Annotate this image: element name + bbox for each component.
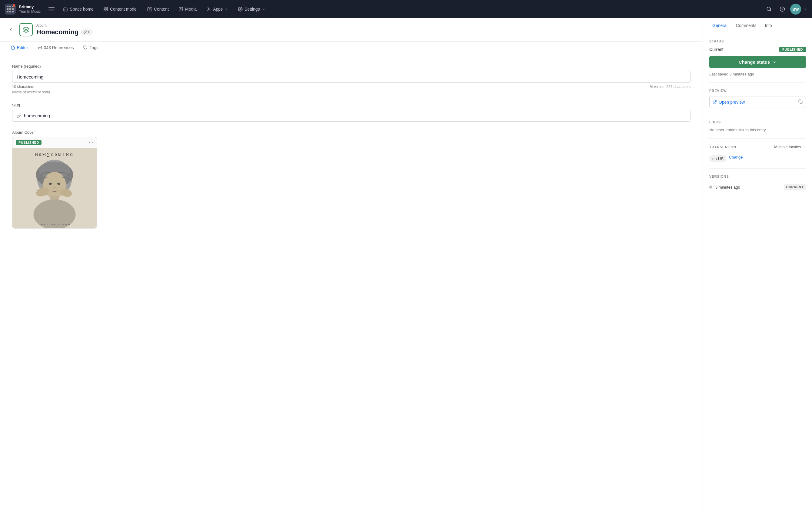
version-left: 3 minutes ago bbox=[709, 185, 740, 189]
locale-row: en-US Change bbox=[709, 152, 806, 162]
nav-settings-label: Settings bbox=[244, 7, 260, 11]
right-tab-comments[interactable]: Comments bbox=[732, 18, 761, 33]
content-title-row: Homecoming 0 bbox=[36, 28, 683, 36]
version-time: 3 minutes ago bbox=[715, 185, 740, 189]
tab-editor[interactable]: Editor bbox=[6, 42, 33, 54]
slug-field-label: Slug bbox=[12, 103, 691, 107]
nav-items: Space home Content model Content Media A… bbox=[59, 4, 761, 14]
settings-chevron-icon bbox=[262, 7, 265, 11]
name-input[interactable] bbox=[12, 71, 691, 83]
content-title: Homecoming bbox=[36, 28, 79, 36]
tags-tab-icon bbox=[83, 46, 88, 50]
brand-text: Brittany Year In Music bbox=[19, 4, 40, 14]
album-title-overlay: H0M∑C0M1NG bbox=[35, 152, 74, 157]
brand-name: Brittany bbox=[19, 4, 40, 9]
content-icon bbox=[147, 7, 152, 11]
change-status-chevron-icon bbox=[772, 60, 777, 64]
open-preview-button[interactable]: Open preview bbox=[709, 96, 806, 108]
settings-icon bbox=[238, 7, 243, 11]
multiple-locales-dropdown[interactable]: Multiple locales bbox=[774, 145, 806, 149]
nav-settings[interactable]: Settings bbox=[234, 4, 270, 14]
tab-tags[interactable]: Tags bbox=[79, 42, 103, 54]
slug-input[interactable]: homecoming bbox=[12, 110, 691, 122]
last-saved-text: Last saved 3 minutes ago bbox=[709, 72, 806, 76]
tab-tags-label: Tags bbox=[89, 45, 98, 50]
name-field-group: Name (required) 10 characters Maximum 25… bbox=[12, 64, 691, 94]
char-max: Maximum 256 characters bbox=[649, 85, 691, 89]
form-area: Name (required) 10 characters Maximum 25… bbox=[0, 54, 703, 513]
hamburger-menu[interactable] bbox=[47, 4, 56, 14]
back-button[interactable] bbox=[6, 25, 16, 34]
nav-content[interactable]: Content bbox=[143, 4, 173, 14]
svg-rect-2 bbox=[104, 9, 106, 11]
nav-media[interactable]: Media bbox=[174, 4, 201, 14]
album-cover-more-button[interactable]: ··· bbox=[89, 140, 93, 145]
left-panel: Album Homecoming 0 ··· Editor 043 Refere… bbox=[0, 18, 703, 513]
svg-point-24 bbox=[49, 183, 52, 185]
version-item: 3 minutes ago CURRENT bbox=[709, 182, 806, 192]
nav-content-model[interactable]: Content model bbox=[99, 4, 142, 14]
preview-section-label: PREVIEW bbox=[709, 89, 806, 92]
name-field-hint: Name of album or song bbox=[12, 90, 691, 94]
page-wrapper: Album Homecoming 0 ··· Editor 043 Refere… bbox=[0, 18, 812, 513]
change-status-button[interactable]: Change status bbox=[709, 56, 806, 68]
right-tab-info-label: Info bbox=[765, 23, 772, 28]
more-options-button[interactable]: ··· bbox=[687, 25, 697, 34]
divider-1 bbox=[709, 82, 806, 83]
apps-icon bbox=[206, 7, 211, 11]
avatar[interactable]: BW bbox=[790, 4, 801, 15]
change-locale-link[interactable]: Change bbox=[729, 155, 743, 160]
nav-space-home[interactable]: Space home bbox=[59, 4, 98, 14]
album-cover-label: Album Cover bbox=[12, 130, 691, 135]
nav-content-label: Content bbox=[154, 7, 169, 11]
right-tab-comments-label: Comments bbox=[736, 23, 757, 28]
translation-row: TRANSLATION Multiple locales bbox=[709, 145, 806, 149]
link-badge[interactable]: 0 bbox=[81, 29, 93, 35]
album-published-badge: PUBLISHED bbox=[16, 140, 41, 145]
links-section-label: LINKS bbox=[709, 120, 806, 124]
link-icon bbox=[83, 30, 87, 34]
svg-line-27 bbox=[715, 100, 716, 102]
brand-space: Year In Music bbox=[19, 9, 40, 14]
search-button[interactable] bbox=[763, 4, 775, 15]
apps-grid-button[interactable] bbox=[5, 4, 16, 15]
content-type-label: Album bbox=[36, 23, 683, 28]
svg-rect-28 bbox=[800, 101, 802, 103]
album-cover-header: PUBLISHED ··· bbox=[12, 137, 97, 148]
media-icon bbox=[178, 7, 183, 11]
avatar-chevron-icon bbox=[804, 7, 807, 11]
nav-apps[interactable]: Apps bbox=[202, 4, 232, 14]
svg-point-8 bbox=[767, 7, 771, 10]
tab-references[interactable]: 043 References bbox=[33, 42, 79, 54]
nav-apps-label: Apps bbox=[213, 7, 223, 11]
nav-media-label: Media bbox=[185, 7, 197, 11]
help-button[interactable] bbox=[777, 4, 788, 15]
versions-section-label: VERSIONS bbox=[709, 174, 806, 178]
copy-link-button[interactable] bbox=[799, 100, 803, 105]
slug-field-group: Slug homecoming bbox=[12, 103, 691, 122]
right-panel: General Comments Info STATUS Current PUB… bbox=[703, 18, 812, 513]
chevron-left-icon bbox=[8, 27, 13, 32]
link-count: 0 bbox=[88, 30, 90, 34]
svg-line-9 bbox=[770, 10, 771, 11]
char-count: 10 characters bbox=[12, 85, 34, 89]
album-subtitle-overlay: THE LIVE ALBUM bbox=[38, 223, 71, 226]
right-tab-general[interactable]: General bbox=[708, 18, 732, 33]
multiple-locales-label: Multiple locales bbox=[774, 145, 801, 149]
divider-2 bbox=[709, 114, 806, 114]
version-current-badge: CURRENT bbox=[784, 184, 806, 190]
name-field-label: Name (required) bbox=[12, 64, 691, 69]
album-icon bbox=[23, 26, 29, 33]
locale-tag: en-US bbox=[709, 155, 727, 162]
right-tabs: General Comments Info bbox=[703, 18, 812, 33]
slug-link-icon bbox=[17, 113, 22, 118]
svg-point-7 bbox=[240, 8, 241, 10]
open-preview-label: Open preview bbox=[719, 100, 745, 105]
status-current-label: Current bbox=[709, 47, 724, 52]
status-row: Current PUBLISHED bbox=[709, 47, 806, 52]
no-links-text: No other entries link to this entry. bbox=[709, 128, 806, 132]
content-type-icon bbox=[20, 23, 33, 36]
svg-rect-3 bbox=[106, 9, 108, 11]
right-tab-info[interactable]: Info bbox=[761, 18, 776, 33]
home-icon bbox=[63, 7, 68, 11]
